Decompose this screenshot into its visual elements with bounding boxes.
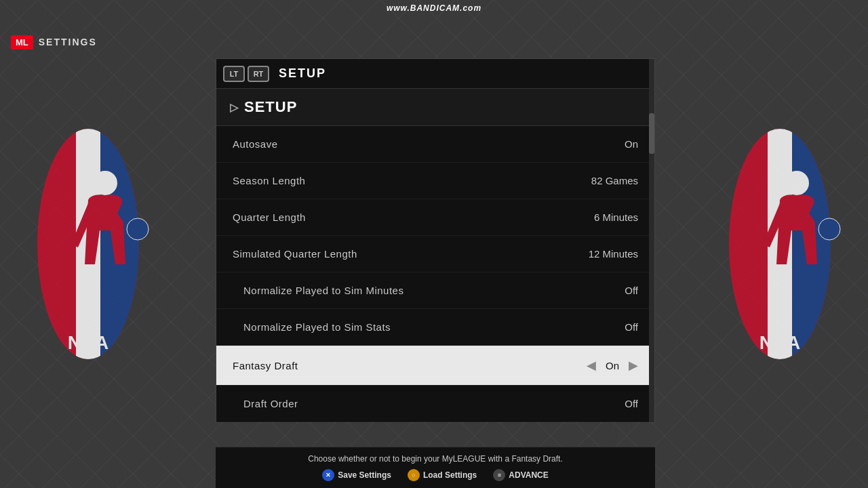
section-title-text: SETUP bbox=[244, 98, 297, 116]
fantasy-draft-right-arrow[interactable]: ▶ bbox=[629, 358, 638, 373]
quarter-length-label: Quarter Length bbox=[233, 211, 306, 223]
fantasy-draft-value-text: On bbox=[606, 360, 619, 371]
setting-row-sim-quarter-length[interactable]: Simulated Quarter Length 12 Minutes bbox=[216, 236, 654, 272]
nba-logo-right-svg: NBA bbox=[719, 115, 841, 373]
svg-point-12 bbox=[818, 218, 840, 240]
action-buttons: ✕ Save Settings ○ Load Settings ≡ ADVANC… bbox=[229, 469, 642, 481]
status-bar: Choose whether or not to begin your MyLE… bbox=[216, 447, 655, 488]
setting-row-draft-order[interactable]: Draft Order Off bbox=[216, 386, 654, 422]
sim-quarter-length-label: Simulated Quarter Length bbox=[233, 248, 357, 260]
status-hint: Choose whether or not to begin your MyLE… bbox=[229, 454, 642, 464]
section-arrow-icon: ▷ bbox=[230, 101, 239, 114]
watermark: www.BANDICAM.com bbox=[387, 3, 481, 13]
normalize-stats-value: Off bbox=[625, 321, 638, 333]
load-settings-btn[interactable]: ○ Load Settings bbox=[408, 469, 477, 481]
lt-button[interactable]: LT bbox=[223, 66, 245, 82]
section-title: ▷ SETUP bbox=[216, 89, 654, 126]
rt-button[interactable]: RT bbox=[248, 66, 269, 82]
setting-row-quarter-length[interactable]: Quarter Length 6 Minutes bbox=[216, 199, 654, 236]
nba-logo-left-svg: NBA bbox=[27, 115, 149, 373]
svg-point-11 bbox=[785, 171, 809, 195]
season-length-label: Season Length bbox=[233, 175, 305, 186]
ml-badge: ML bbox=[11, 35, 33, 49]
header-bar: ML SETTINGS bbox=[0, 28, 868, 56]
tab-row: LT RT SETUP bbox=[216, 59, 654, 89]
season-length-value: 82 Games bbox=[591, 175, 638, 186]
main-panel: LT RT SETUP ▷ SETUP Autosave On Season L… bbox=[216, 58, 655, 423]
normalize-minutes-label: Normalize Played to Sim Minutes bbox=[243, 285, 403, 296]
autosave-value: On bbox=[625, 138, 638, 150]
fantasy-draft-value: ◀ On ▶ bbox=[587, 358, 638, 373]
fantasy-draft-left-arrow[interactable]: ◀ bbox=[587, 358, 596, 373]
setting-row-normalize-stats[interactable]: Normalize Played to Sim Stats Off bbox=[216, 309, 654, 346]
svg-text:NBA: NBA bbox=[68, 332, 109, 353]
setting-row-autosave[interactable]: Autosave On bbox=[216, 126, 654, 163]
normalize-minutes-value: Off bbox=[625, 285, 638, 296]
watermark-text: www.BANDICAM.com bbox=[387, 3, 481, 13]
save-settings-label: Save Settings bbox=[338, 470, 391, 480]
advance-btn[interactable]: ≡ ADVANCE bbox=[493, 469, 548, 481]
draft-order-value: Off bbox=[625, 398, 638, 409]
draft-order-label: Draft Order bbox=[243, 398, 298, 409]
quarter-length-value: 6 Minutes bbox=[594, 211, 638, 223]
nba-logo-right: NBA bbox=[692, 54, 868, 434]
y-icon: ○ bbox=[408, 469, 420, 481]
svg-point-5 bbox=[127, 218, 149, 240]
settings-list: Autosave On Season Length 82 Games Quart… bbox=[216, 126, 654, 422]
normalize-stats-label: Normalize Played to Sim Stats bbox=[243, 321, 391, 333]
save-settings-btn[interactable]: ✕ Save Settings bbox=[322, 469, 391, 481]
scroll-thumb[interactable] bbox=[649, 113, 654, 154]
fantasy-draft-label: Fantasy Draft bbox=[233, 360, 298, 371]
tab-title: SETUP bbox=[279, 66, 326, 81]
load-settings-label: Load Settings bbox=[423, 470, 477, 480]
setting-row-season-length[interactable]: Season Length 82 Games bbox=[216, 163, 654, 199]
setting-row-normalize-minutes[interactable]: Normalize Played to Sim Minutes Off bbox=[216, 272, 654, 309]
x-icon: ✕ bbox=[322, 469, 334, 481]
svg-point-4 bbox=[93, 171, 117, 195]
menu-icon: ≡ bbox=[493, 469, 505, 481]
autosave-label: Autosave bbox=[233, 138, 278, 150]
setting-row-fantasy-draft[interactable]: Fantasy Draft ◀ On ▶ bbox=[216, 346, 654, 386]
settings-label: SETTINGS bbox=[39, 37, 97, 47]
sim-quarter-length-value: 12 Minutes bbox=[589, 248, 638, 260]
nba-logo-left: NBA bbox=[0, 54, 176, 434]
svg-text:NBA: NBA bbox=[760, 332, 801, 353]
scrollbar[interactable] bbox=[649, 59, 654, 422]
advance-label: ADVANCE bbox=[509, 470, 548, 480]
